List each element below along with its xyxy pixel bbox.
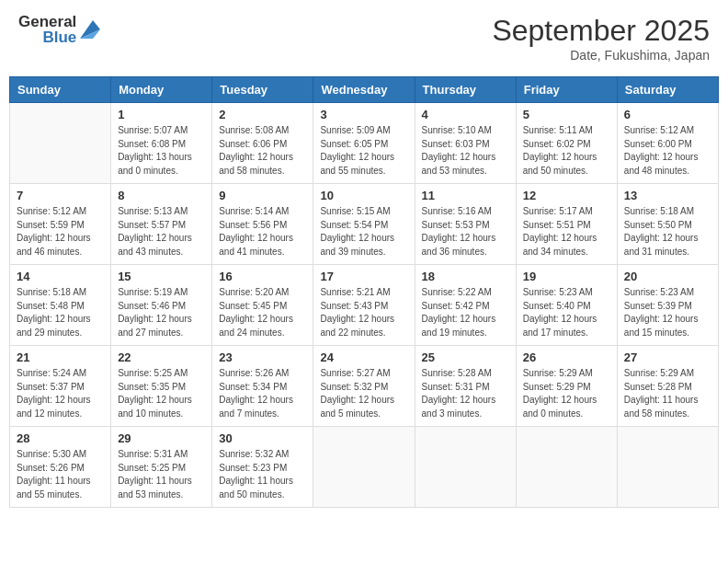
calendar-week-row: 7Sunrise: 5:12 AM Sunset: 5:59 PM Daylig… — [10, 184, 719, 265]
calendar-week-row: 28Sunrise: 5:30 AM Sunset: 5:26 PM Dayli… — [10, 427, 719, 508]
calendar-day-cell — [516, 427, 617, 508]
day-info: Sunrise: 5:22 AM Sunset: 5:42 PM Dayligh… — [422, 286, 509, 339]
day-info: Sunrise: 5:08 AM Sunset: 6:06 PM Dayligh… — [219, 124, 306, 178]
day-info: Sunrise: 5:23 AM Sunset: 5:40 PM Dayligh… — [523, 286, 610, 339]
logo-blue: Blue — [42, 29, 76, 45]
logo: General Blue — [18, 14, 100, 45]
calendar-day-cell: 26Sunrise: 5:29 AM Sunset: 5:29 PM Dayli… — [516, 346, 617, 427]
day-number: 6 — [624, 108, 711, 121]
calendar-day-cell: 30Sunrise: 5:32 AM Sunset: 5:23 PM Dayli… — [212, 427, 313, 508]
calendar-weekday-header: Saturday — [617, 77, 718, 103]
day-number: 13 — [624, 189, 711, 202]
calendar-day-cell: 11Sunrise: 5:16 AM Sunset: 5:53 PM Dayli… — [415, 184, 516, 265]
calendar-week-row: 21Sunrise: 5:24 AM Sunset: 5:37 PM Dayli… — [10, 346, 719, 427]
calendar-day-cell: 7Sunrise: 5:12 AM Sunset: 5:59 PM Daylig… — [10, 184, 111, 265]
day-info: Sunrise: 5:32 AM Sunset: 5:23 PM Dayligh… — [219, 448, 306, 501]
calendar-body: 1Sunrise: 5:07 AM Sunset: 6:08 PM Daylig… — [10, 103, 719, 508]
calendar-day-cell: 2Sunrise: 5:08 AM Sunset: 6:06 PM Daylig… — [212, 103, 313, 184]
calendar-day-cell: 5Sunrise: 5:11 AM Sunset: 6:02 PM Daylig… — [516, 103, 617, 184]
day-info: Sunrise: 5:28 AM Sunset: 5:31 PM Dayligh… — [422, 367, 509, 420]
day-info: Sunrise: 5:23 AM Sunset: 5:39 PM Dayligh… — [624, 286, 711, 339]
location-subtitle: Date, Fukushima, Japan — [492, 48, 710, 63]
day-info: Sunrise: 5:27 AM Sunset: 5:32 PM Dayligh… — [320, 367, 407, 420]
calendar-table: SundayMondayTuesdayWednesdayThursdayFrid… — [9, 76, 719, 508]
day-info: Sunrise: 5:13 AM Sunset: 5:57 PM Dayligh… — [118, 205, 205, 259]
calendar-weekday-header: Wednesday — [313, 77, 415, 103]
calendar-day-cell: 25Sunrise: 5:28 AM Sunset: 5:31 PM Dayli… — [415, 346, 516, 427]
day-number: 4 — [422, 108, 509, 121]
day-info: Sunrise: 5:11 AM Sunset: 6:02 PM Dayligh… — [523, 124, 610, 178]
calendar-day-cell: 14Sunrise: 5:18 AM Sunset: 5:48 PM Dayli… — [10, 265, 111, 346]
day-number: 18 — [422, 270, 509, 283]
day-number: 25 — [422, 350, 509, 364]
page-header: General Blue September 2025 Date, Fukush… — [9, 9, 719, 67]
calendar-weekday-header: Friday — [516, 77, 617, 103]
day-number: 10 — [320, 189, 407, 202]
day-info: Sunrise: 5:21 AM Sunset: 5:43 PM Dayligh… — [320, 286, 407, 339]
day-info: Sunrise: 5:26 AM Sunset: 5:34 PM Dayligh… — [219, 367, 306, 420]
day-number: 2 — [219, 108, 306, 121]
day-number: 22 — [118, 350, 205, 364]
calendar-day-cell: 10Sunrise: 5:15 AM Sunset: 5:54 PM Dayli… — [313, 184, 415, 265]
calendar-weekday-header: Thursday — [415, 77, 516, 103]
day-number: 1 — [118, 108, 205, 121]
day-number: 27 — [624, 350, 711, 364]
calendar-weekday-header: Sunday — [10, 77, 111, 103]
day-number: 12 — [523, 189, 610, 202]
calendar-header-row: SundayMondayTuesdayWednesdayThursdayFrid… — [10, 77, 719, 103]
month-title: September 2025 — [492, 14, 710, 48]
calendar-day-cell: 12Sunrise: 5:17 AM Sunset: 5:51 PM Dayli… — [516, 184, 617, 265]
day-info: Sunrise: 5:15 AM Sunset: 5:54 PM Dayligh… — [320, 205, 407, 259]
day-number: 28 — [17, 431, 104, 445]
calendar-day-cell: 15Sunrise: 5:19 AM Sunset: 5:46 PM Dayli… — [111, 265, 212, 346]
day-number: 23 — [219, 350, 306, 364]
calendar-day-cell: 3Sunrise: 5:09 AM Sunset: 6:05 PM Daylig… — [313, 103, 415, 184]
day-info: Sunrise: 5:10 AM Sunset: 6:03 PM Dayligh… — [422, 124, 509, 178]
calendar-day-cell: 29Sunrise: 5:31 AM Sunset: 5:25 PM Dayli… — [111, 427, 212, 508]
calendar-day-cell: 4Sunrise: 5:10 AM Sunset: 6:03 PM Daylig… — [415, 103, 516, 184]
calendar-day-cell: 17Sunrise: 5:21 AM Sunset: 5:43 PM Dayli… — [313, 265, 415, 346]
calendar-day-cell: 21Sunrise: 5:24 AM Sunset: 5:37 PM Dayli… — [10, 346, 111, 427]
day-number: 8 — [118, 189, 205, 202]
day-info: Sunrise: 5:30 AM Sunset: 5:26 PM Dayligh… — [17, 448, 104, 501]
day-number: 21 — [17, 350, 104, 364]
day-number: 16 — [219, 270, 306, 283]
calendar-day-cell: 28Sunrise: 5:30 AM Sunset: 5:26 PM Dayli… — [10, 427, 111, 508]
calendar-day-cell — [313, 427, 415, 508]
day-number: 29 — [118, 431, 205, 445]
calendar-day-cell: 23Sunrise: 5:26 AM Sunset: 5:34 PM Dayli… — [212, 346, 313, 427]
day-number: 20 — [624, 270, 711, 283]
day-info: Sunrise: 5:14 AM Sunset: 5:56 PM Dayligh… — [219, 205, 306, 259]
day-info: Sunrise: 5:29 AM Sunset: 5:28 PM Dayligh… — [624, 367, 711, 420]
logo-icon — [80, 20, 100, 39]
calendar-weekday-header: Tuesday — [212, 77, 313, 103]
day-info: Sunrise: 5:18 AM Sunset: 5:50 PM Dayligh… — [624, 205, 711, 259]
day-number: 15 — [118, 270, 205, 283]
title-block: September 2025 Date, Fukushima, Japan — [492, 14, 710, 63]
calendar-weekday-header: Monday — [111, 77, 212, 103]
calendar-week-row: 14Sunrise: 5:18 AM Sunset: 5:48 PM Dayli… — [10, 265, 719, 346]
day-number: 5 — [523, 108, 610, 121]
calendar-week-row: 1Sunrise: 5:07 AM Sunset: 6:08 PM Daylig… — [10, 103, 719, 184]
calendar-day-cell — [415, 427, 516, 508]
logo-general: General — [18, 14, 76, 29]
calendar-day-cell: 22Sunrise: 5:25 AM Sunset: 5:35 PM Dayli… — [111, 346, 212, 427]
calendar-day-cell: 6Sunrise: 5:12 AM Sunset: 6:00 PM Daylig… — [617, 103, 718, 184]
day-number: 24 — [320, 350, 407, 364]
day-info: Sunrise: 5:18 AM Sunset: 5:48 PM Dayligh… — [17, 286, 104, 339]
day-number: 30 — [219, 431, 306, 445]
day-number: 3 — [320, 108, 407, 121]
day-number: 19 — [523, 270, 610, 283]
day-number: 9 — [219, 189, 306, 202]
day-info: Sunrise: 5:07 AM Sunset: 6:08 PM Dayligh… — [118, 124, 205, 178]
calendar-day-cell: 9Sunrise: 5:14 AM Sunset: 5:56 PM Daylig… — [212, 184, 313, 265]
day-number: 7 — [17, 189, 104, 202]
calendar-day-cell: 1Sunrise: 5:07 AM Sunset: 6:08 PM Daylig… — [111, 103, 212, 184]
day-info: Sunrise: 5:12 AM Sunset: 6:00 PM Dayligh… — [624, 124, 711, 178]
day-info: Sunrise: 5:16 AM Sunset: 5:53 PM Dayligh… — [422, 205, 509, 259]
day-info: Sunrise: 5:29 AM Sunset: 5:29 PM Dayligh… — [523, 367, 610, 420]
day-number: 26 — [523, 350, 610, 364]
day-info: Sunrise: 5:31 AM Sunset: 5:25 PM Dayligh… — [118, 448, 205, 501]
day-info: Sunrise: 5:19 AM Sunset: 5:46 PM Dayligh… — [118, 286, 205, 339]
day-info: Sunrise: 5:20 AM Sunset: 5:45 PM Dayligh… — [219, 286, 306, 339]
